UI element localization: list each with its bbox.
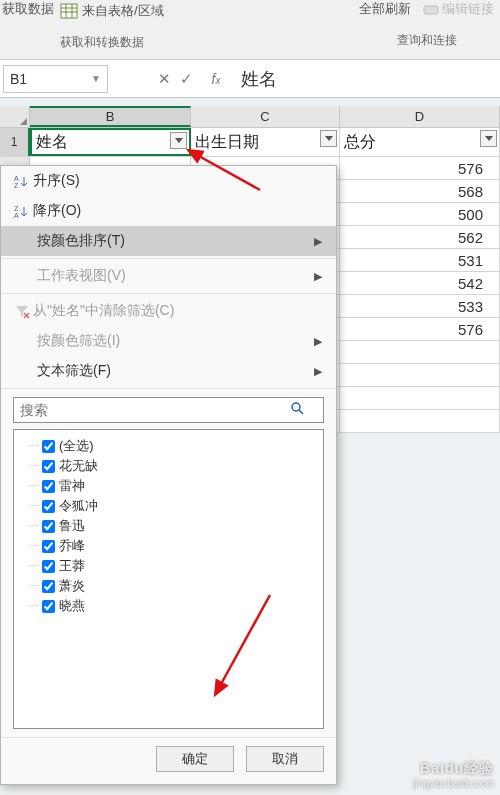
tree-dots: ⋯ <box>28 540 38 553</box>
get-data-label: 获取数据 <box>2 1 54 16</box>
confirm-formula-button[interactable]: ✓ <box>171 70 201 88</box>
filter-value-item[interactable]: ⋯王莽 <box>18 556 319 576</box>
sort-asc-item[interactable]: AZ 升序(S) <box>1 166 336 196</box>
filter-value-label: 鲁迅 <box>59 517 85 535</box>
submenu-arrow-icon: ▶ <box>314 235 322 248</box>
ribbon: 获取数据 来自表格/区域 获取和转换数据 全部刷新 编辑链接 查询和连接 <box>0 0 500 60</box>
submenu-arrow-icon: ▶ <box>314 335 322 348</box>
table-icon <box>60 3 78 19</box>
filter-checkbox[interactable] <box>42 480 55 493</box>
filter-by-color-item[interactable]: 按颜色筛选(I) ▶ <box>1 326 336 356</box>
refresh-all-button[interactable]: 全部刷新 <box>359 0 411 18</box>
filter-value-item[interactable]: ⋯花无缺 <box>18 456 319 476</box>
text-filter-label: 文本筛选(F) <box>37 362 111 380</box>
sheet-view-item[interactable]: 工作表视图(V) ▶ <box>1 261 336 291</box>
filter-checkbox[interactable] <box>42 580 55 593</box>
tree-dots: ⋯ <box>28 440 38 453</box>
cell-D8[interactable]: 533 <box>340 295 500 317</box>
svg-text:Z: Z <box>14 205 19 212</box>
watermark-title: Baidu经验 <box>413 760 494 778</box>
edit-links-button[interactable]: 编辑链接 <box>423 0 494 18</box>
filter-button-total[interactable] <box>480 130 497 147</box>
select-all-cell[interactable] <box>0 106 30 127</box>
sheet-view-label: 工作表视图(V) <box>37 267 126 285</box>
filter-checkbox[interactable] <box>42 560 55 573</box>
col-header-B[interactable]: B <box>30 106 191 127</box>
sort-desc-icon: ZA <box>11 203 33 219</box>
svg-text:Z: Z <box>14 182 19 189</box>
filter-value-label: 雷神 <box>59 477 85 495</box>
link-icon <box>423 2 439 16</box>
clear-filter-item[interactable]: 从"姓名"中清除筛选(C) <box>1 296 336 326</box>
ok-button[interactable]: 确定 <box>156 746 234 772</box>
filter-value-item[interactable]: ⋯雷神 <box>18 476 319 496</box>
svg-rect-5 <box>424 6 438 14</box>
filter-button-dob[interactable] <box>320 130 337 147</box>
cell-D1[interactable]: 总分 <box>340 128 500 156</box>
ribbon-group-data: 获取和转换数据 <box>0 20 164 51</box>
ribbon-group-conn: 查询和连接 <box>359 18 494 49</box>
formula-value[interactable]: 姓名 <box>231 67 500 91</box>
filter-checkbox[interactable] <box>42 440 55 453</box>
cell-D4[interactable]: 500 <box>340 203 500 225</box>
funnel-clear-icon <box>11 303 33 319</box>
get-data-button[interactable]: 获取数据 <box>2 0 54 18</box>
sort-by-color-label: 按颜色排序(T) <box>37 232 125 250</box>
cell-D5[interactable]: 562 <box>340 226 500 248</box>
refresh-all-label: 全部刷新 <box>359 1 411 16</box>
header-dob-label: 出生日期 <box>195 132 259 153</box>
svg-text:A: A <box>14 175 19 182</box>
tree-dots: ⋯ <box>28 560 38 573</box>
tree-dots: ⋯ <box>28 480 38 493</box>
from-table-button[interactable]: 来自表格/区域 <box>60 0 164 20</box>
sort-by-color-item[interactable]: 按颜色排序(T) ▶ <box>1 226 336 256</box>
filter-checkbox[interactable] <box>42 600 55 613</box>
submenu-arrow-icon: ▶ <box>314 365 322 378</box>
filter-value-item[interactable]: ⋯晓燕 <box>18 596 319 616</box>
filter-button-name[interactable] <box>170 132 187 149</box>
sort-desc-label: 降序(O) <box>33 202 81 220</box>
filter-values-list[interactable]: ⋯(全选)⋯花无缺⋯雷神⋯令狐冲⋯鲁迅⋯乔峰⋯王莽⋯萧炎⋯晓燕 <box>13 429 324 729</box>
filter-value-label: (全选) <box>59 437 94 455</box>
filter-value-item[interactable]: ⋯萧炎 <box>18 576 319 596</box>
name-box[interactable]: B1 ▼ <box>3 65 108 93</box>
filter-search-input[interactable] <box>13 397 324 423</box>
filter-checkbox[interactable] <box>42 500 55 513</box>
row-header-1[interactable]: 1 <box>0 128 30 156</box>
cell-D2[interactable]: 576 <box>340 157 500 179</box>
filter-value-item[interactable]: ⋯鲁迅 <box>18 516 319 536</box>
chevron-down-icon: ▼ <box>91 73 101 84</box>
fx-button[interactable]: fx <box>201 71 231 87</box>
name-box-value: B1 <box>10 71 91 87</box>
tree-dots: ⋯ <box>28 460 38 473</box>
svg-point-12 <box>292 403 300 411</box>
watermark-url: jingyan.baidu.com <box>413 778 494 789</box>
cell-D7[interactable]: 542 <box>340 272 500 294</box>
column-headers: B C D <box>0 106 500 128</box>
cell-D3[interactable]: 568 <box>340 180 500 202</box>
cancel-formula-button[interactable]: ✕ <box>158 70 171 88</box>
svg-rect-0 <box>61 4 77 18</box>
filter-menu: AZ 升序(S) ZA 降序(O) 按颜色排序(T) ▶ 工作表视图(V) ▶ … <box>0 165 337 785</box>
cancel-button[interactable]: 取消 <box>246 746 324 772</box>
filter-checkbox[interactable] <box>42 520 55 533</box>
edit-links-label: 编辑链接 <box>442 0 494 18</box>
tree-dots: ⋯ <box>28 600 38 613</box>
col-header-C[interactable]: C <box>191 106 340 127</box>
filter-value-item[interactable]: ⋯(全选) <box>18 436 319 456</box>
cell-B1[interactable]: 姓名 <box>30 128 191 156</box>
col-header-D[interactable]: D <box>340 106 500 127</box>
filter-value-item[interactable]: ⋯乔峰 <box>18 536 319 556</box>
filter-value-item[interactable]: ⋯令狐冲 <box>18 496 319 516</box>
clear-filter-label: 从"姓名"中清除筛选(C) <box>33 302 174 320</box>
sort-desc-item[interactable]: ZA 降序(O) <box>1 196 336 226</box>
filter-checkbox[interactable] <box>42 540 55 553</box>
cell-D6[interactable]: 531 <box>340 249 500 271</box>
cell-D9[interactable]: 576 <box>340 318 500 340</box>
svg-text:A: A <box>14 212 19 219</box>
watermark: Baidu经验 jingyan.baidu.com <box>413 760 494 789</box>
text-filter-item[interactable]: 文本筛选(F) ▶ <box>1 356 336 386</box>
filter-checkbox[interactable] <box>42 460 55 473</box>
filter-value-label: 令狐冲 <box>59 497 98 515</box>
cell-C1[interactable]: 出生日期 <box>191 128 340 156</box>
